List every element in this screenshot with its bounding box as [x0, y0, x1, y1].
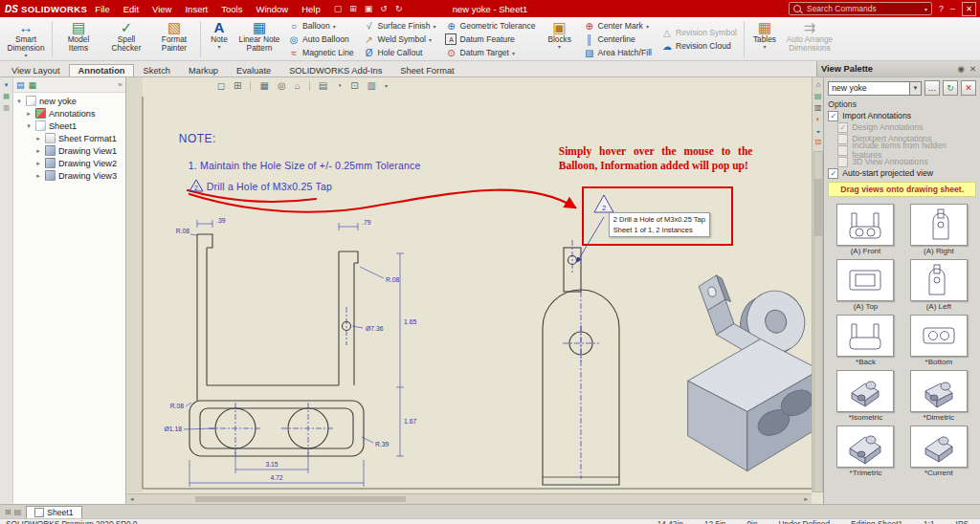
drawing-view1-front[interactable]: R.08 .39 .79 R.08 Ø7.36 1.65 Ø1.18 R.39 …: [164, 217, 416, 487]
rotate-view-icon[interactable]: ◔: [336, 80, 342, 91]
palette-view-isometric[interactable]: *Isometric: [832, 370, 899, 422]
dimension-label[interactable]: 1.65: [404, 318, 416, 325]
tree-display-icon[interactable]: ▤: [3, 93, 10, 100]
dimension-label[interactable]: Ø1.18: [164, 426, 182, 432]
panel-expand-icon[interactable]: »: [118, 80, 122, 89]
tab-evaluate[interactable]: Evaluate: [228, 64, 279, 76]
palette-view-bottom[interactable]: *Bottom: [905, 315, 972, 366]
spell-checker-button[interactable]: ✓ SpellChecker: [102, 18, 150, 60]
smart-dimension-button[interactable]: ↔ SmartDimension ▾: [2, 18, 50, 60]
vertical-scrollbar[interactable]: [813, 151, 823, 492]
globe-icon[interactable]: ◒: [815, 126, 820, 135]
tree-item-root[interactable]: ▾ new yoke: [15, 95, 125, 107]
dimension-label[interactable]: 3.15: [265, 461, 278, 468]
tab-annotation[interactable]: Annotation: [69, 64, 133, 76]
menu-window[interactable]: Window: [256, 4, 288, 14]
close-icon[interactable]: ✕: [962, 2, 976, 16]
search-input[interactable]: [805, 3, 921, 14]
search-commands-box[interactable]: ▾: [789, 2, 932, 15]
pin-icon[interactable]: ◉: [957, 64, 964, 74]
drawing-sheet[interactable]: R.08 .39 .79 R.08 Ø7.36 1.65 Ø1.18 R.39 …: [126, 77, 824, 504]
horizontal-scrollbar-thumb[interactable]: [195, 496, 406, 502]
palette-view-trimetric[interactable]: *Trimetric: [832, 426, 899, 477]
dimension-label[interactable]: .79: [362, 219, 371, 226]
tab-sheet-format[interactable]: Sheet Format: [391, 64, 462, 76]
datum-feature-button[interactable]: A Datum Feature: [442, 33, 538, 46]
centerline-button[interactable]: ║ Centerline: [581, 33, 655, 46]
geometric-tolerance-button[interactable]: ⊕ Geometric Tolerance: [442, 20, 538, 33]
palette-view-back[interactable]: *Back: [832, 315, 899, 366]
sheet1-tab[interactable]: Sheet1: [26, 506, 81, 518]
dimension-label[interactable]: R.08: [175, 228, 189, 234]
blocks-button[interactable]: ▣ Blocks ▾: [541, 18, 579, 60]
sheet-nav-list-icon[interactable]: ▤: [14, 508, 22, 516]
auto-arrange-dimensions-button[interactable]: ⇉ Auto ArrangeDimensions: [783, 18, 836, 60]
vertical-scrollbar-thumb[interactable]: [814, 179, 822, 236]
display-style-icon[interactable]: ▦: [259, 80, 268, 91]
hole-callout-button[interactable]: Ø Hole Callout: [361, 47, 439, 59]
palette-view-front[interactable]: (A) Front: [832, 204, 899, 255]
surface-finish-button[interactable]: √ Surface Finish▾: [361, 20, 439, 33]
vp-checkbox-1[interactable]: Design Annotations: [824, 121, 980, 133]
revision-cloud-button[interactable]: ☁ Revision Cloud: [658, 40, 740, 53]
dimension-label[interactable]: R.39: [375, 441, 390, 448]
menu-file[interactable]: File: [95, 4, 109, 14]
palette-view-current[interactable]: *Current: [905, 426, 972, 477]
tree-item-drawing-view3[interactable]: ▸ Drawing View3: [34, 169, 125, 182]
dimension-label[interactable]: 1.67: [404, 418, 416, 425]
linear-note-pattern-button[interactable]: ▦ Linear NotePattern: [235, 18, 283, 60]
gutter-handle-icon[interactable]: ▥: [3, 104, 10, 112]
horizontal-scrollbar[interactable]: ◄ ►: [126, 493, 813, 504]
clear-palette-icon[interactable]: ✕: [961, 80, 976, 96]
redo-icon[interactable]: ↻: [395, 4, 403, 13]
hide-show-icon[interactable]: ⊡: [350, 80, 358, 91]
appearance-icon[interactable]: ◐: [815, 115, 820, 123]
note-line-1[interactable]: 1. Maintain the Hole Size of +/- 0.25mm …: [189, 160, 421, 171]
note-annotation[interactable]: NOTE:: [179, 132, 216, 145]
center-mark-button[interactable]: ⊕ Center Mark▾: [581, 20, 655, 33]
refresh-icon[interactable]: ↻: [943, 80, 958, 96]
tab-sketch[interactable]: Sketch: [135, 64, 179, 76]
palette-view-top[interactable]: (A) Top: [832, 259, 899, 311]
vp-checkbox-3[interactable]: Include items from hidden features: [824, 144, 980, 156]
dimension-label[interactable]: .39: [216, 217, 226, 224]
undo-icon[interactable]: ↺: [380, 4, 388, 13]
revision-symbol-button[interactable]: △ Revision Symbol: [658, 27, 740, 39]
vp-checkbox-4[interactable]: 3D View Annotations: [824, 156, 980, 167]
alert-icon[interactable]: ⊡: [814, 138, 821, 146]
palette-view-left[interactable]: (A) Left: [905, 259, 972, 311]
open-document-icon[interactable]: ⊞: [349, 4, 357, 13]
zoom-fit-icon[interactable]: ◻: [217, 80, 225, 91]
toolbar-caret-icon[interactable]: ▾: [385, 82, 388, 89]
expander-icon[interactable]: ▸: [34, 135, 42, 142]
palette-document-select[interactable]: new yoke ▼: [828, 81, 922, 96]
vp-checkbox-5[interactable]: Auto-start projected view: [824, 167, 980, 179]
tables-button[interactable]: ▦ Tables ▾: [746, 18, 783, 60]
balloon-button[interactable]: ○ Balloon▾: [285, 20, 357, 33]
drawing-view3-isometric[interactable]: [687, 275, 819, 471]
home-icon[interactable]: ⌂: [815, 80, 820, 89]
menu-insert[interactable]: Insert: [185, 4, 208, 14]
expander-icon[interactable]: ▸: [34, 160, 42, 167]
drawing-canvas[interactable]: R.08 .39 .79 R.08 Ø7.36 1.65 Ø1.18 R.39 …: [126, 77, 824, 504]
auto-balloon-button[interactable]: ◎ Auto Balloon: [285, 33, 357, 46]
weld-symbol-button[interactable]: ↗ Weld Symbol▾: [361, 33, 439, 46]
model-items-button[interactable]: ▤ ModelItems: [55, 18, 102, 60]
tree-item-sheet1[interactable]: ▾ Sheet1: [25, 120, 125, 132]
help-icon[interactable]: ?: [939, 4, 944, 13]
search-dropdown-icon[interactable]: ▾: [924, 6, 927, 12]
note-button[interactable]: A Note ▾: [203, 18, 235, 60]
dimension-label[interactable]: R.08: [169, 403, 184, 409]
magnetic-line-button[interactable]: ≈ Magnetic Line: [285, 47, 357, 59]
tab-markup[interactable]: Markup: [180, 64, 227, 76]
expander-icon[interactable]: ▸: [34, 172, 42, 180]
dimension-label[interactable]: 4.72: [270, 474, 282, 481]
new-document-icon[interactable]: ▢: [334, 4, 343, 13]
palette-view-right[interactable]: (A) Right: [905, 204, 972, 255]
browse-button[interactable]: …: [924, 80, 940, 96]
combo-dropdown-icon[interactable]: ▼: [909, 82, 921, 95]
tab-view-layout[interactable]: View Layout: [3, 64, 68, 76]
menu-view[interactable]: View: [152, 4, 171, 14]
menu-help[interactable]: Help: [301, 4, 321, 14]
dimension-label[interactable]: R.08: [386, 276, 400, 283]
